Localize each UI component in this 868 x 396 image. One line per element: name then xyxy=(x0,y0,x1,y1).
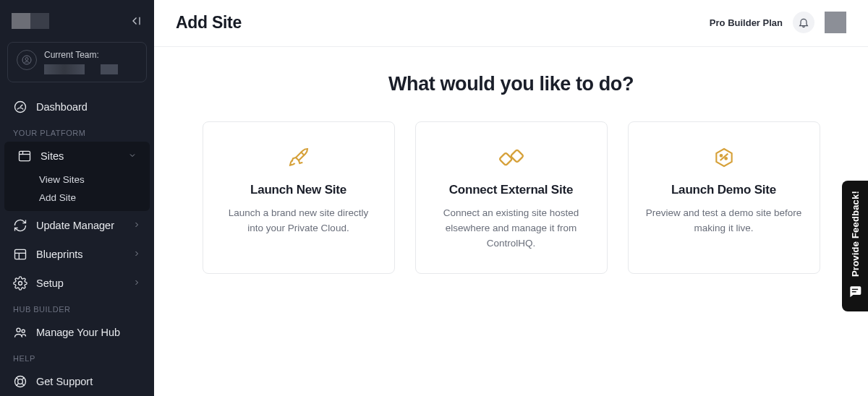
svg-rect-3 xyxy=(20,151,30,160)
chevron-right-icon xyxy=(132,249,141,260)
feedback-label: Provide Feedback! xyxy=(850,191,861,277)
chevron-down-icon xyxy=(128,150,137,162)
main: Add Site Pro Builder Plan What would you… xyxy=(154,0,868,396)
card-desc: Launch a brand new site directly into yo… xyxy=(221,206,377,236)
chat-icon xyxy=(848,284,862,301)
nav-sites-group: Sites View Sites Add Site xyxy=(4,142,150,211)
nav-label: Blueprints xyxy=(36,249,82,260)
hex-icon xyxy=(646,145,802,170)
nav-update-manager[interactable]: Update Manager xyxy=(0,211,154,240)
notifications-button[interactable] xyxy=(793,12,814,33)
nav-label: Update Manager xyxy=(36,220,114,231)
brand-logo xyxy=(12,13,49,29)
svg-rect-11 xyxy=(510,150,523,163)
card-title: Launch Demo Site xyxy=(646,183,802,197)
svg-point-9 xyxy=(18,379,23,384)
nav-label: Sites xyxy=(41,150,64,162)
svg-point-13 xyxy=(725,158,727,160)
plan-badge[interactable]: Pro Builder Plan xyxy=(710,17,783,28)
card-launch-demo-site[interactable]: Launch Demo Site Preview and test a demo… xyxy=(628,121,820,274)
svg-rect-10 xyxy=(499,152,512,165)
feedback-tab[interactable]: Provide Feedback! xyxy=(842,181,868,311)
gauge-icon xyxy=(13,100,27,114)
nav-get-support[interactable]: Get Support xyxy=(0,367,154,396)
card-desc: Preview and test a demo site before maki… xyxy=(646,206,802,236)
users-icon xyxy=(13,325,27,340)
team-switcher[interactable]: Current Team: xyxy=(7,42,147,82)
chevron-right-icon xyxy=(132,277,141,289)
nav-sites[interactable]: Sites xyxy=(4,142,150,171)
svg-point-6 xyxy=(17,328,20,332)
nav-label: Get Support xyxy=(36,376,93,387)
browser-icon xyxy=(17,149,32,163)
card-title: Connect External Site xyxy=(433,183,590,197)
nav-manage-hub[interactable]: Manage Your Hub xyxy=(0,318,154,347)
nav-label: Setup xyxy=(36,277,64,289)
nav-blueprints[interactable]: Blueprints xyxy=(0,240,154,269)
svg-rect-15 xyxy=(852,291,856,293)
nav-setup[interactable]: Setup xyxy=(0,269,154,298)
svg-point-1 xyxy=(25,58,28,61)
collapse-sidebar-icon[interactable] xyxy=(128,14,142,27)
team-label: Current Team: xyxy=(44,50,137,60)
team-avatar-icon xyxy=(17,50,37,70)
team-name-placeholder xyxy=(44,64,137,74)
chevron-right-icon xyxy=(132,220,141,231)
svg-point-7 xyxy=(22,330,25,332)
layout-icon xyxy=(13,247,27,262)
svg-point-5 xyxy=(19,282,22,285)
section-help: HELP xyxy=(0,347,154,367)
svg-point-12 xyxy=(720,155,722,157)
nav-label: Manage Your Hub xyxy=(36,327,120,338)
svg-rect-14 xyxy=(852,289,858,290)
lifebuoy-icon xyxy=(13,374,27,389)
bell-icon xyxy=(798,17,809,28)
card-connect-external-site[interactable]: Connect External Site Connect an existin… xyxy=(415,121,608,274)
option-cards: Launch New Site Launch a brand new site … xyxy=(174,121,848,274)
page-title: Add Site xyxy=(176,13,242,33)
refresh-icon xyxy=(13,218,27,233)
card-desc: Connect an existing site hosted elsewher… xyxy=(433,206,590,251)
link-icon xyxy=(433,145,590,170)
card-launch-new-site[interactable]: Launch New Site Launch a brand new site … xyxy=(203,121,395,274)
sidebar: Current Team: Dashboard YOUR PLATFORM Si… xyxy=(0,0,154,396)
content-heading: What would you like to do? xyxy=(174,73,848,95)
card-title: Launch New Site xyxy=(221,183,377,197)
header: Add Site Pro Builder Plan xyxy=(154,0,868,47)
section-hub-builder: HUB BUILDER xyxy=(0,298,154,318)
nav-view-sites[interactable]: View Sites xyxy=(4,171,150,189)
rocket-icon xyxy=(221,145,377,170)
gear-icon xyxy=(13,276,27,290)
user-avatar[interactable] xyxy=(825,12,846,33)
nav-dashboard[interactable]: Dashboard xyxy=(0,92,154,121)
section-your-platform: YOUR PLATFORM xyxy=(0,121,154,142)
svg-rect-4 xyxy=(15,249,26,259)
nav-label: Dashboard xyxy=(36,101,88,113)
nav-add-site[interactable]: Add Site xyxy=(4,189,150,207)
